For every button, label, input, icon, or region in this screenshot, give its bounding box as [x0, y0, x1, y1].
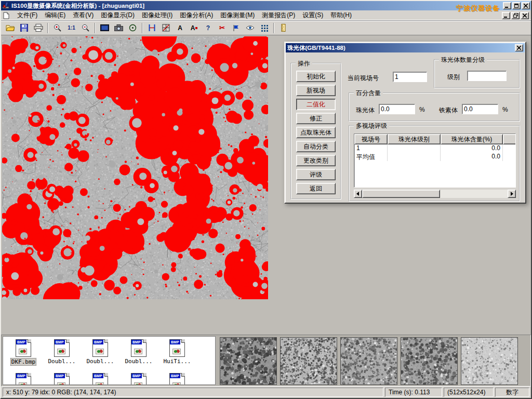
table-header-1[interactable]: 珠光体级别 — [388, 134, 441, 144]
menu-文件(F)[interactable]: 文件(F) — [14, 10, 41, 21]
bmp-file-icon: BMP — [131, 373, 147, 385]
target-icon[interactable] — [126, 22, 139, 34]
dialog-body: 操作 初始化新视场二值化修正点取珠光体自动分类更改类别评级返回 当前视场号 珠光… — [285, 53, 525, 203]
dialog-close-button[interactable] — [515, 44, 523, 51]
grid-icon[interactable] — [258, 22, 271, 34]
bmp-file-icon: BMP — [16, 373, 31, 385]
file-list: BMPDKF.bmpBMPDoubl...BMPDoubl...BMPDoubl… — [3, 336, 216, 385]
status-bar: x: 510 y: 79 idx: 0 RGB: (174, 174, 174)… — [1, 387, 531, 398]
text-icon[interactable]: A — [174, 22, 187, 34]
close-button[interactable] — [522, 2, 530, 9]
file-item[interactable]: BMP — [158, 373, 196, 385]
text-format-icon[interactable]: A — [188, 22, 201, 34]
thumbnail-image[interactable] — [461, 337, 518, 385]
grade-input[interactable] — [467, 71, 507, 81]
menu-图像分析(A)[interactable]: 图像分析(A) — [176, 10, 217, 21]
help-icon[interactable]: ? — [202, 22, 215, 34]
menu-帮助(H)[interactable]: 帮助(H) — [327, 10, 355, 21]
table-cell: 1 — [354, 144, 388, 153]
caliper-icon[interactable] — [145, 22, 158, 34]
thumbnail-image[interactable] — [220, 337, 277, 385]
table-hscrollbar[interactable] — [354, 190, 516, 198]
table-cell: 平均值 — [354, 153, 388, 161]
pearlite-percent-input[interactable] — [379, 104, 415, 114]
file-item[interactable]: BMPHuiTi... — [158, 339, 196, 366]
table-cell — [388, 153, 441, 161]
maximize-button[interactable] — [512, 2, 521, 9]
grade-label: 级别 — [447, 73, 460, 82]
scroll-left-button[interactable] — [354, 190, 362, 198]
menu-设置(S)[interactable]: 设置(S) — [299, 10, 327, 21]
menu-测量报告(P)[interactable]: 测量报告(P) — [258, 10, 299, 21]
multifield-table[interactable]: 视场号珠光体级别珠光体含量(%)铁素10.0平均值0.0 — [354, 134, 516, 188]
capture-icon[interactable] — [98, 22, 111, 34]
file-item[interactable]: BMP — [43, 373, 81, 385]
bmp-file-icon: BMP — [131, 339, 147, 357]
thumbnail-image[interactable] — [340, 337, 397, 385]
window-controls — [503, 2, 530, 9]
document-icon[interactable] — [3, 12, 11, 19]
menu-图像处理(I)[interactable]: 图像处理(I) — [138, 10, 176, 21]
ruler-icon[interactable] — [277, 22, 290, 34]
metallographic-image[interactable] — [2, 36, 268, 299]
workspace: 珠光体(GB/T9441-88) 操作 初始化新视场二值化修正点取珠光体自动分类… — [1, 35, 531, 335]
table-cell: 0.0 — [441, 153, 503, 161]
save-icon[interactable] — [18, 22, 31, 34]
op-button-初始化[interactable]: 初始化 — [296, 71, 336, 82]
thumbnail-image[interactable] — [401, 337, 458, 385]
ferrite-percent-input[interactable] — [462, 104, 498, 114]
camera-icon[interactable] — [112, 22, 125, 34]
table-header-3[interactable]: 铁素 — [503, 134, 516, 144]
menu-图像显示(D)[interactable]: 图像显示(D) — [97, 10, 138, 21]
table-row[interactable]: 平均值0.0 — [354, 153, 515, 161]
mdi-close-button[interactable] — [521, 12, 529, 19]
eye-icon[interactable] — [244, 22, 257, 34]
print-icon[interactable] — [32, 22, 45, 34]
mdi-minimize-button[interactable] — [502, 12, 510, 19]
table-header-0[interactable]: 视场号 — [354, 134, 388, 144]
cut-icon[interactable]: ✂ — [216, 22, 229, 34]
mdi-restore-button[interactable] — [511, 12, 520, 19]
file-label: DKF.bmp — [10, 358, 36, 366]
file-item[interactable]: BMPDKF.bmp — [4, 339, 43, 366]
actual-size-icon[interactable]: 1:1 — [65, 22, 78, 34]
dialog-title-bar[interactable]: 珠光体(GB/T9441-88) — [286, 43, 525, 52]
open-icon[interactable] — [4, 22, 17, 34]
op-button-返回[interactable]: 返回 — [296, 183, 336, 194]
dialog-title: 珠光体(GB/T9441-88) — [287, 44, 345, 52]
file-item[interactable]: BMP — [81, 373, 119, 385]
op-button-二值化[interactable]: 二值化 — [296, 99, 336, 110]
table-header-2[interactable]: 珠光体含量(%) — [441, 134, 503, 144]
file-item[interactable]: BMP — [4, 373, 43, 385]
op-button-自动分类[interactable]: 自动分类 — [296, 141, 336, 152]
bmp-file-icon: BMP — [92, 373, 108, 385]
thumbnail-image[interactable] — [280, 337, 337, 385]
scroll-right-button[interactable] — [508, 190, 516, 198]
op-button-更改类别[interactable]: 更改类别 — [296, 155, 336, 166]
measure-grid-icon[interactable] — [159, 22, 172, 34]
file-item[interactable]: BMPDoubl... — [119, 339, 158, 366]
table-row[interactable]: 10.0 — [354, 144, 515, 153]
toolbar-separator — [273, 23, 274, 33]
file-item[interactable]: BMPDoubl... — [43, 339, 81, 366]
op-button-新视场[interactable]: 新视场 — [296, 85, 336, 96]
minimize-button[interactable] — [503, 2, 511, 9]
application-window: IS100显微摄像系统(金相分析版) - [zhuguangti01] 宁波仪器… — [0, 0, 532, 399]
op-button-点取珠光体[interactable]: 点取珠光体 — [296, 127, 336, 138]
file-item[interactable]: BMP — [119, 373, 158, 385]
scroll-thumb[interactable] — [362, 190, 440, 198]
zoom-out-icon[interactable] — [79, 22, 92, 34]
title-bar: IS100显微摄像系统(金相分析版) - [zhuguangti01] — [1, 1, 531, 10]
zoom-in-icon[interactable] — [51, 22, 64, 34]
status-time: Time (s): 0.113 — [385, 388, 442, 397]
op-button-评级[interactable]: 评级 — [296, 169, 336, 180]
menu-图像测量(M)[interactable]: 图像测量(M) — [217, 10, 258, 21]
file-label: HuiTi... — [163, 358, 192, 365]
operations-buttons: 初始化新视场二值化修正点取珠光体自动分类更改类别评级返回 — [291, 64, 340, 194]
menu-查看(V)[interactable]: 查看(V) — [69, 10, 97, 21]
op-button-修正[interactable]: 修正 — [296, 113, 336, 124]
current-field-input[interactable] — [393, 72, 427, 82]
file-item[interactable]: BMPDoubl... — [81, 339, 119, 366]
menu-编辑(E)[interactable]: 编辑(E) — [41, 10, 69, 21]
marker-icon[interactable] — [230, 22, 243, 34]
